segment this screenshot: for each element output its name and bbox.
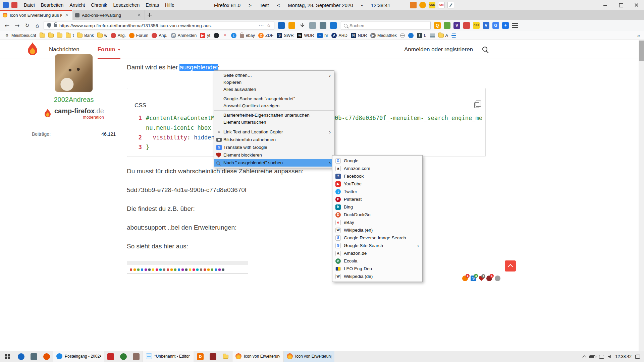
- lock-icon[interactable]: [54, 24, 57, 27]
- search-engine-ebay[interactable]: eeBay: [332, 219, 422, 226]
- addon-violet-icon[interactable]: V: [453, 22, 460, 29]
- bookmark-a[interactable]: A: [437, 32, 450, 39]
- menu-hilfe[interactable]: Hilfe: [162, 2, 177, 8]
- login-link[interactable]: Anmelden oder registrieren: [404, 40, 473, 59]
- bookmark-cfx-icon[interactable]: c: [229, 32, 238, 39]
- page-actions-icon[interactable]: [259, 23, 264, 28]
- search-engine-bing[interactable]: bBing: [332, 203, 422, 211]
- task-thunderbird[interactable]: Posteingang - 2002An…: [53, 351, 104, 362]
- tracking-protection-icon[interactable]: [47, 23, 51, 28]
- search-engine-youtube[interactable]: ▶YouTube: [332, 180, 422, 188]
- bookmark-swr[interactable]: SSWR: [275, 32, 295, 39]
- context-menu-item-alles-auswählen[interactable]: Alles auswählen: [214, 86, 334, 93]
- screenshot-icon[interactable]: [320, 22, 326, 29]
- tools-icon[interactable]: [309, 22, 316, 29]
- bookmark-meistbesucht[interactable]: ⚙Meistbesucht: [3, 32, 38, 39]
- bookmark-t[interactable]: t: [64, 32, 75, 39]
- bookmark-folder-icon[interactable]: [38, 32, 47, 39]
- css-addon-icon[interactable]: CSS: [473, 22, 480, 29]
- search-engine-twitter[interactable]: tTwitter: [332, 188, 422, 195]
- task-editor[interactable]: *Unbenannt - Editor: [143, 351, 194, 362]
- taskbar-app-3[interactable]: [40, 351, 53, 362]
- action-center-icon[interactable]: [635, 355, 640, 359]
- translate-addon-icon[interactable]: G: [492, 22, 499, 29]
- taskbar-app-4[interactable]: [104, 351, 117, 362]
- username-link[interactable]: 2002Andreas: [30, 96, 117, 104]
- context-menu-item-seite-öffnen[interactable]: Seite öffnen…: [214, 72, 334, 79]
- context-menu-item-bildschirmfoto-aufnehmen[interactable]: Bildschirmfoto aufnehmen: [214, 136, 334, 143]
- bookmarks-folder-icon[interactable]: [278, 22, 285, 29]
- context-menu-item-nach-ausgeblendet-suchen[interactable]: Nach " ausgeblendet" suchen: [214, 159, 334, 167]
- bookmark-yt[interactable]: ▶yt: [198, 32, 212, 39]
- bookmark-globe-icon[interactable]: [398, 32, 407, 39]
- menu-hamburger-icon[interactable]: [512, 23, 518, 28]
- context-menu-item-translate-with-google[interactable]: GTranslate with Google: [214, 143, 334, 151]
- page-scrollbar[interactable]: [639, 40, 644, 351]
- taskbar-app-1[interactable]: [15, 351, 28, 362]
- search-input[interactable]: [350, 23, 428, 28]
- search-engine-pinterest[interactable]: PPinterest: [332, 195, 422, 203]
- context-menu-item-element-blockieren[interactable]: Element blockieren: [214, 151, 334, 159]
- library-icon[interactable]: [288, 22, 295, 29]
- tab-close-icon[interactable]: [64, 12, 69, 18]
- bookmark-star-icon[interactable]: [267, 22, 271, 28]
- taskbar-app-9[interactable]: [219, 351, 232, 362]
- menu-extras[interactable]: Extras: [143, 2, 162, 8]
- reload-button[interactable]: [22, 21, 32, 30]
- menu-datei[interactable]: Datei: [21, 2, 38, 8]
- addon-green-icon[interactable]: [444, 22, 450, 29]
- bookmark-folder-icon[interactable]: [47, 32, 55, 39]
- addon-orange-icon[interactable]: Q: [434, 22, 441, 29]
- taskbar-app-6[interactable]: [130, 351, 143, 362]
- site-search-icon[interactable]: [482, 47, 487, 52]
- speaker-icon[interactable]: [608, 355, 611, 359]
- taskbar-app-7[interactable]: D: [194, 351, 207, 362]
- new-tab-button[interactable]: [145, 10, 154, 20]
- bookmark-anmelden[interactable]: WAnmelden: [169, 32, 198, 39]
- bookmark-w[interactable]: w: [96, 32, 109, 39]
- tab-add-ons-verwaltung[interactable]: Add-ons-Verwaltung: [72, 10, 145, 20]
- bookmark-mediathek[interactable]: ▶Mediathek: [369, 32, 398, 39]
- search-engine-google[interactable]: GGoogle: [332, 157, 422, 165]
- bookmark-ard[interactable]: AARD: [330, 32, 349, 39]
- search-engine-duckduckgo[interactable]: DDuckDuckGo: [332, 211, 422, 219]
- maximize-button[interactable]: [613, 0, 629, 10]
- copy-code-icon[interactable]: [474, 102, 479, 108]
- search-engine-facebook[interactable]: fFacebook: [332, 172, 422, 180]
- addon-status-1[interactable]: 1: [462, 276, 468, 281]
- edit-pencil-icon[interactable]: [447, 2, 454, 8]
- addon-status-2[interactable]: S4: [471, 276, 476, 281]
- context-menu-item-link-text-and-location-copier[interactable]: ∞Link Text and Location Copier: [214, 128, 334, 136]
- reader-view-icon[interactable]: [330, 22, 337, 29]
- ublock-status[interactable]: 1: [479, 276, 484, 281]
- orange-dot-addon-icon[interactable]: [419, 2, 426, 8]
- url-text[interactable]: https://www.camp-firefox.de/forum/thema/…: [59, 23, 257, 28]
- battery-icon[interactable]: [589, 355, 595, 358]
- tab-close-icon[interactable]: [137, 12, 142, 18]
- minimize-button[interactable]: [598, 0, 613, 10]
- bookmark-hr[interactable]: hrhr: [316, 32, 330, 39]
- search-engine-ecosia[interactable]: eEcosia: [332, 257, 422, 265]
- taskbar-app-5[interactable]: [117, 351, 130, 362]
- url-bar[interactable]: https://www.camp-firefox.de/forum/thema/…: [44, 21, 274, 30]
- css-badge-icon[interactable]: CSS: [429, 2, 435, 8]
- search-engine-amazon-com[interactable]: aAmazon.com: [332, 165, 422, 172]
- bookmark-x-icon[interactable]: ×: [221, 32, 229, 39]
- menu-ansicht[interactable]: Ansicht: [66, 2, 88, 8]
- bookmark-github-icon[interactable]: [212, 32, 221, 39]
- addon-status-3[interactable]: 1: [486, 276, 492, 281]
- context-menu-item-auswahl-quelltext-anzeigen[interactable]: Auswahl-Quelltext anzeigen: [214, 102, 334, 109]
- search-engine-wikipedia-de[interactable]: WWikipedia (de): [332, 273, 422, 280]
- bookmarks-overflow-icon[interactable]: [637, 33, 641, 39]
- bookmark-anp[interactable]: Anp.: [150, 32, 169, 39]
- search-engine-google-site-search[interactable]: GGoogle Site Search: [332, 242, 422, 249]
- addon-red-icon[interactable]: [463, 22, 470, 29]
- bookmark-image-icon[interactable]: [428, 32, 437, 39]
- search-plus-addon-icon[interactable]: +: [502, 22, 509, 29]
- task-firefox-window-2[interactable]: Icon von Erweiterung …: [283, 351, 334, 362]
- menu-lesezeichen[interactable]: Lesezeichen: [110, 2, 143, 8]
- download-icon[interactable]: [299, 22, 306, 29]
- bookmark-ndr[interactable]: NNDR: [349, 32, 369, 39]
- menu-chronik[interactable]: Chronik: [88, 2, 110, 8]
- task-firefox-window-1[interactable]: Icon von Erweiterung …: [232, 351, 283, 362]
